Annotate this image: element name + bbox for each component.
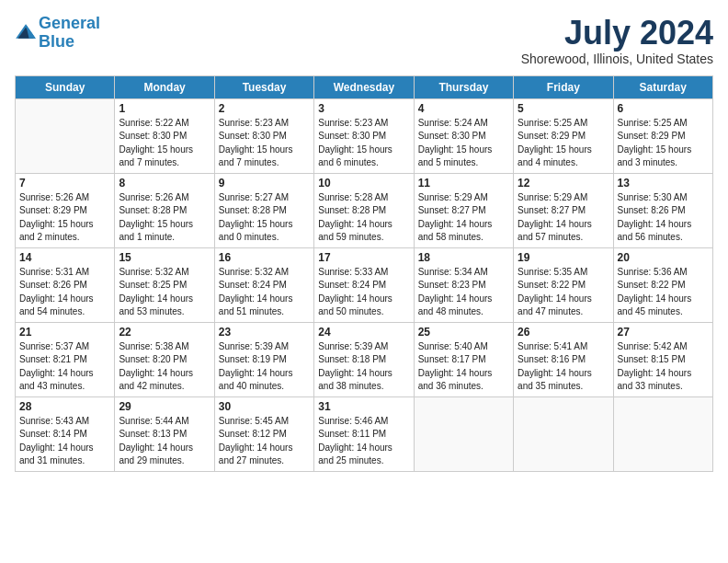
day-number: 29: [119, 400, 210, 413]
calendar-cell: 2Sunrise: 5:23 AM Sunset: 8:30 PM Daylig…: [214, 98, 313, 173]
day-info: Sunrise: 5:23 AM Sunset: 8:30 PM Dayligh…: [219, 117, 310, 170]
calendar-cell: 16Sunrise: 5:32 AM Sunset: 8:24 PM Dayli…: [214, 247, 313, 322]
day-number: 4: [418, 102, 509, 115]
weekday-header-wednesday: Wednesday: [314, 75, 414, 98]
calendar-cell: [16, 98, 115, 173]
day-info: Sunrise: 5:26 AM Sunset: 8:29 PM Dayligh…: [19, 191, 110, 245]
day-info: Sunrise: 5:25 AM Sunset: 8:29 PM Dayligh…: [518, 117, 609, 170]
location: Shorewood, Illinois, United States: [521, 52, 713, 66]
day-info: Sunrise: 5:35 AM Sunset: 8:22 PM Dayligh…: [518, 266, 609, 319]
day-number: 26: [518, 326, 609, 339]
day-number: 8: [119, 177, 210, 190]
calendar-cell: 17Sunrise: 5:33 AM Sunset: 8:24 PM Dayli…: [314, 247, 414, 322]
day-info: Sunrise: 5:32 AM Sunset: 8:24 PM Dayligh…: [219, 266, 310, 319]
day-number: 7: [19, 177, 110, 190]
title-block: July 2024 Shorewood, Illinois, United St…: [521, 15, 713, 66]
calendar-cell: 14Sunrise: 5:31 AM Sunset: 8:26 PM Dayli…: [16, 247, 115, 322]
weekday-header-monday: Monday: [115, 75, 214, 98]
calendar-cell: [514, 396, 613, 471]
calendar-cell: 24Sunrise: 5:39 AM Sunset: 8:18 PM Dayli…: [314, 322, 414, 396]
day-number: 27: [618, 326, 709, 339]
day-number: 28: [19, 400, 110, 413]
weekday-header-sunday: Sunday: [16, 75, 115, 98]
calendar-cell: 13Sunrise: 5:30 AM Sunset: 8:26 PM Dayli…: [613, 173, 712, 247]
calendar-cell: 9Sunrise: 5:27 AM Sunset: 8:28 PM Daylig…: [214, 173, 313, 247]
calendar-cell: 12Sunrise: 5:29 AM Sunset: 8:27 PM Dayli…: [514, 173, 613, 247]
day-number: 6: [618, 102, 709, 115]
day-info: Sunrise: 5:30 AM Sunset: 8:26 PM Dayligh…: [618, 191, 709, 245]
day-number: 10: [318, 177, 409, 190]
day-info: Sunrise: 5:40 AM Sunset: 8:17 PM Dayligh…: [418, 340, 509, 394]
calendar-cell: 23Sunrise: 5:39 AM Sunset: 8:19 PM Dayli…: [214, 322, 313, 396]
calendar-cell: 5Sunrise: 5:25 AM Sunset: 8:29 PM Daylig…: [514, 98, 613, 173]
day-number: 11: [418, 177, 509, 190]
calendar-cell: 26Sunrise: 5:41 AM Sunset: 8:16 PM Dayli…: [514, 322, 613, 396]
calendar-cell: 19Sunrise: 5:35 AM Sunset: 8:22 PM Dayli…: [514, 247, 613, 322]
calendar-week-5: 28Sunrise: 5:43 AM Sunset: 8:14 PM Dayli…: [16, 396, 713, 471]
day-info: Sunrise: 5:44 AM Sunset: 8:13 PM Dayligh…: [119, 415, 210, 468]
day-number: 20: [618, 251, 709, 264]
day-info: Sunrise: 5:32 AM Sunset: 8:25 PM Dayligh…: [119, 266, 210, 319]
day-info: Sunrise: 5:42 AM Sunset: 8:15 PM Dayligh…: [618, 340, 709, 394]
day-number: 3: [318, 102, 409, 115]
day-number: 17: [318, 251, 409, 264]
day-number: 12: [518, 177, 609, 190]
day-info: Sunrise: 5:34 AM Sunset: 8:23 PM Dayligh…: [418, 266, 509, 319]
day-info: Sunrise: 5:39 AM Sunset: 8:18 PM Dayligh…: [318, 340, 409, 394]
day-info: Sunrise: 5:24 AM Sunset: 8:30 PM Dayligh…: [418, 117, 509, 170]
day-number: 15: [119, 251, 210, 264]
weekday-header-tuesday: Tuesday: [214, 75, 313, 98]
calendar-cell: 7Sunrise: 5:26 AM Sunset: 8:29 PM Daylig…: [16, 173, 115, 247]
day-number: 25: [418, 326, 509, 339]
day-info: Sunrise: 5:22 AM Sunset: 8:30 PM Dayligh…: [119, 117, 210, 170]
calendar-cell: [414, 396, 513, 471]
calendar-cell: 25Sunrise: 5:40 AM Sunset: 8:17 PM Dayli…: [414, 322, 513, 396]
calendar-cell: 21Sunrise: 5:37 AM Sunset: 8:21 PM Dayli…: [16, 322, 115, 396]
day-info: Sunrise: 5:23 AM Sunset: 8:30 PM Dayligh…: [318, 117, 409, 170]
calendar-cell: [613, 396, 712, 471]
logo-text: General Blue: [39, 15, 100, 52]
day-info: Sunrise: 5:46 AM Sunset: 8:11 PM Dayligh…: [318, 415, 409, 468]
day-number: 19: [518, 251, 609, 264]
calendar-cell: 20Sunrise: 5:36 AM Sunset: 8:22 PM Dayli…: [613, 247, 712, 322]
weekday-header-friday: Friday: [514, 75, 613, 98]
day-info: Sunrise: 5:31 AM Sunset: 8:26 PM Dayligh…: [19, 266, 110, 319]
day-number: 2: [219, 102, 310, 115]
weekday-header-row: SundayMondayTuesdayWednesdayThursdayFrid…: [16, 75, 713, 98]
calendar-cell: 27Sunrise: 5:42 AM Sunset: 8:15 PM Dayli…: [613, 322, 712, 396]
calendar-cell: 29Sunrise: 5:44 AM Sunset: 8:13 PM Dayli…: [115, 396, 214, 471]
day-number: 1: [119, 102, 210, 115]
calendar-cell: 31Sunrise: 5:46 AM Sunset: 8:11 PM Dayli…: [314, 396, 414, 471]
day-number: 9: [219, 177, 310, 190]
day-info: Sunrise: 5:26 AM Sunset: 8:28 PM Dayligh…: [119, 191, 210, 245]
calendar-cell: 11Sunrise: 5:29 AM Sunset: 8:27 PM Dayli…: [414, 173, 513, 247]
logo-icon: [15, 20, 37, 42]
day-number: 5: [518, 102, 609, 115]
day-number: 23: [219, 326, 310, 339]
calendar-week-3: 14Sunrise: 5:31 AM Sunset: 8:26 PM Dayli…: [16, 247, 713, 322]
page-header: General Blue July 2024 Shorewood, Illino…: [15, 15, 713, 66]
day-number: 18: [418, 251, 509, 264]
day-info: Sunrise: 5:33 AM Sunset: 8:24 PM Dayligh…: [318, 266, 409, 319]
day-info: Sunrise: 5:27 AM Sunset: 8:28 PM Dayligh…: [219, 191, 310, 245]
calendar-cell: 10Sunrise: 5:28 AM Sunset: 8:28 PM Dayli…: [314, 173, 414, 247]
day-number: 22: [119, 326, 210, 339]
day-number: 31: [318, 400, 409, 413]
calendar-body: 1Sunrise: 5:22 AM Sunset: 8:30 PM Daylig…: [16, 98, 713, 471]
day-number: 21: [19, 326, 110, 339]
day-info: Sunrise: 5:25 AM Sunset: 8:29 PM Dayligh…: [618, 117, 709, 170]
calendar-cell: 6Sunrise: 5:25 AM Sunset: 8:29 PM Daylig…: [613, 98, 712, 173]
month-year: July 2024: [521, 15, 713, 52]
weekday-header-saturday: Saturday: [613, 75, 712, 98]
calendar-week-1: 1Sunrise: 5:22 AM Sunset: 8:30 PM Daylig…: [16, 98, 713, 173]
day-info: Sunrise: 5:38 AM Sunset: 8:20 PM Dayligh…: [119, 340, 210, 394]
day-info: Sunrise: 5:29 AM Sunset: 8:27 PM Dayligh…: [518, 191, 609, 245]
day-info: Sunrise: 5:41 AM Sunset: 8:16 PM Dayligh…: [518, 340, 609, 394]
day-info: Sunrise: 5:28 AM Sunset: 8:28 PM Dayligh…: [318, 191, 409, 245]
weekday-header-thursday: Thursday: [414, 75, 513, 98]
calendar-cell: 3Sunrise: 5:23 AM Sunset: 8:30 PM Daylig…: [314, 98, 414, 173]
day-info: Sunrise: 5:37 AM Sunset: 8:21 PM Dayligh…: [19, 340, 110, 394]
calendar-week-2: 7Sunrise: 5:26 AM Sunset: 8:29 PM Daylig…: [16, 173, 713, 247]
calendar-table: SundayMondayTuesdayWednesdayThursdayFrid…: [15, 75, 713, 472]
calendar-week-4: 21Sunrise: 5:37 AM Sunset: 8:21 PM Dayli…: [16, 322, 713, 396]
